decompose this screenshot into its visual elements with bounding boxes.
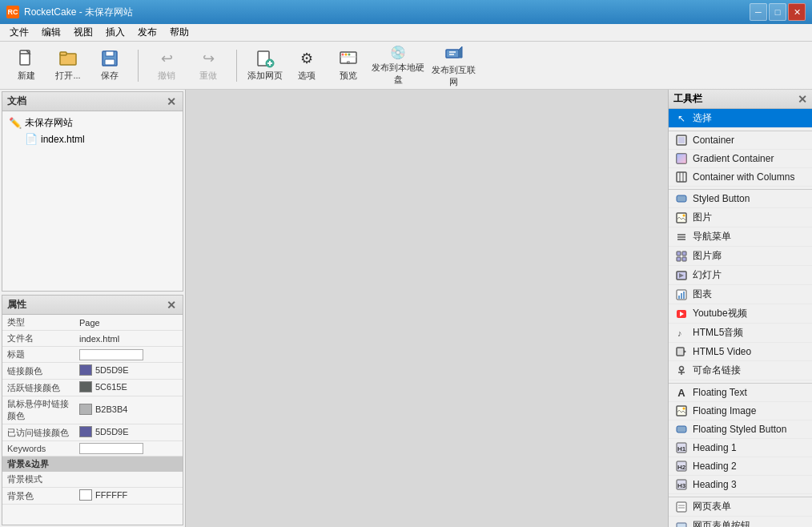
- tool-nav-menu[interactable]: 导航菜单: [669, 227, 812, 247]
- link-color-swatch[interactable]: [79, 364, 92, 376]
- visited-link-color-swatch[interactable]: [79, 426, 92, 437]
- prop-row-filename: 文件名 index.html: [2, 331, 183, 347]
- tool-heading3[interactable]: H3 Heading 3: [669, 476, 812, 494]
- menu-file[interactable]: 文件: [3, 24, 35, 42]
- menu-edit[interactable]: 编辑: [35, 24, 67, 42]
- tool-select[interactable]: ↖ 选择: [669, 109, 812, 128]
- tool-html5audio-label: HTML5音频: [693, 326, 743, 340]
- tool-container[interactable]: Container: [669, 131, 812, 150]
- prop-row-keywords: Keywords: [2, 441, 183, 457]
- tool-heading2[interactable]: H2 Heading 2: [669, 457, 812, 476]
- prop-label-active-link-color: 活跃链接颜色: [2, 380, 74, 396]
- publish-web-button[interactable]: 发布到互联网: [428, 45, 480, 86]
- menu-view[interactable]: 视图: [67, 24, 99, 42]
- tool-container-columns[interactable]: Container with Columns: [669, 168, 812, 187]
- minimize-button[interactable]: ─: [750, 3, 767, 21]
- redo-button[interactable]: ↪ 重做: [188, 45, 228, 86]
- svg-rect-42: [683, 292, 685, 299]
- document-panel: 文档 ✕ ✏️ 未保存网站 📄 index.html: [2, 91, 183, 292]
- document-panel-close[interactable]: ✕: [165, 95, 178, 108]
- prop-value-link-color[interactable]: 5D5D9E: [74, 363, 183, 380]
- tool-floating-styled-button[interactable]: Floating Styled Button: [669, 420, 812, 439]
- addpage-button[interactable]: 添加网页: [245, 45, 285, 86]
- active-link-color-swatch[interactable]: [79, 381, 92, 392]
- tool-gradient-container[interactable]: Gradient Container: [669, 150, 812, 168]
- publish-local-button[interactable]: 💿 发布到本地硬盘: [370, 45, 426, 86]
- tool-html5audio[interactable]: ♪ HTML5音频: [669, 324, 812, 343]
- active-link-color-value: 5C615E: [95, 382, 127, 392]
- tool-nav-menu-label: 导航菜单: [693, 230, 731, 243]
- tool-floating-image[interactable]: Floating Image: [669, 402, 812, 420]
- hover-link-color-swatch[interactable]: [79, 404, 92, 415]
- canvas-area[interactable]: [186, 90, 668, 527]
- svg-text:♪: ♪: [677, 328, 682, 338]
- canvas-page: [186, 90, 668, 527]
- tool-youtube[interactable]: Youtube视频: [669, 304, 812, 324]
- properties-panel: 属性 ✕ 类型 Page 文件名 index.html 标题: [2, 295, 183, 525]
- tool-styled-button[interactable]: Styled Button: [669, 190, 812, 208]
- save-label: 保存: [101, 70, 119, 82]
- addpage-label: 添加网页: [247, 70, 283, 82]
- open-button[interactable]: 打开...: [48, 45, 88, 86]
- tool-form-button[interactable]: 网页表单按钮: [669, 517, 812, 527]
- floating-text-icon: A: [675, 386, 688, 399]
- toolbar-undo-group: ↩ 撤销 ↪ 重做: [147, 45, 228, 86]
- prop-label-hover-link-color: 鼠标悬停时链接颜色: [2, 396, 74, 424]
- prop-row-hover-link-color: 鼠标悬停时链接颜色 B2B3B4: [2, 396, 183, 424]
- form-button-icon: [675, 520, 688, 528]
- close-button[interactable]: ✕: [788, 3, 806, 21]
- prop-value-keywords[interactable]: [74, 441, 183, 457]
- menu-publish[interactable]: 发布: [131, 24, 163, 42]
- bg-color-swatch[interactable]: [79, 489, 92, 501]
- tool-chart[interactable]: 图表: [669, 285, 812, 304]
- svg-text:H1: H1: [677, 445, 686, 453]
- bg-border-section-header: 背景&边界: [2, 457, 183, 472]
- tree-site-label: 未保存网站: [25, 116, 73, 130]
- tree-index-icon: 📄: [25, 133, 38, 145]
- options-button[interactable]: ⚙ 选项: [287, 45, 327, 86]
- menu-insert[interactable]: 插入: [99, 24, 131, 42]
- tool-image-label: 图片: [693, 211, 712, 224]
- prop-label-filename: 文件名: [2, 331, 74, 347]
- prop-value-title[interactable]: [74, 347, 183, 363]
- heading1-icon: H1: [675, 441, 688, 454]
- menu-help[interactable]: 帮助: [163, 24, 195, 42]
- bg-properties-table: 背景模式 背景色 FFFFFF: [2, 472, 183, 505]
- tool-chart-label: 图表: [693, 288, 712, 301]
- tree-item-index[interactable]: 📄 index.html: [22, 131, 179, 147]
- tool-heading1[interactable]: H1 Heading 1: [669, 439, 812, 457]
- maximize-button[interactable]: □: [769, 3, 786, 21]
- document-tree: ✏️ 未保存网站 📄 index.html: [2, 111, 183, 272]
- tool-container-label: Container: [693, 135, 734, 146]
- tool-form-button-label: 网页表单按钮: [693, 519, 750, 527]
- prop-value-active-link-color[interactable]: 5C615E: [74, 380, 183, 396]
- named-anchor-icon: [675, 364, 688, 377]
- publish-web-label: 发布到互联网: [428, 64, 479, 88]
- tool-web-form[interactable]: 网页表单: [669, 497, 812, 517]
- tool-image-gallery[interactable]: 图片廊: [669, 247, 812, 266]
- right-panel-close[interactable]: ✕: [798, 93, 807, 106]
- prop-value-visited-link-color[interactable]: 5D5D9E: [74, 424, 183, 441]
- styled-button-icon: [675, 192, 688, 205]
- properties-panel-close[interactable]: ✕: [165, 299, 178, 312]
- redo-icon: ↪: [199, 49, 218, 68]
- title-bar-text: RocketCake - 未保存网站: [24, 6, 750, 19]
- prop-value-bg-color[interactable]: FFFFFF: [74, 488, 183, 505]
- undo-button[interactable]: ↩ 撤销: [147, 45, 187, 86]
- tool-image[interactable]: 图片: [669, 208, 812, 227]
- svg-rect-35: [677, 257, 681, 261]
- floating-image-icon: [675, 404, 688, 417]
- tool-named-anchor[interactable]: 可命名链接: [669, 361, 812, 380]
- preview-button[interactable]: e 预览: [328, 45, 368, 86]
- prop-value-hover-link-color[interactable]: B2B3B4: [74, 396, 183, 424]
- tool-slideshow[interactable]: 幻灯片: [669, 266, 812, 285]
- new-button[interactable]: 新建: [6, 45, 46, 86]
- nav-menu-icon: [675, 231, 688, 243]
- save-button[interactable]: 保存: [90, 45, 130, 86]
- toolbar-file-group: 新建 打开... 保存: [6, 45, 130, 86]
- svg-text:H2: H2: [677, 464, 686, 471]
- tool-html5video[interactable]: HTML5 Video: [669, 343, 812, 361]
- window-controls: ─ □ ✕: [750, 3, 806, 21]
- tool-floating-text[interactable]: A Floating Text: [669, 384, 812, 402]
- tree-item-site[interactable]: ✏️ 未保存网站: [6, 115, 179, 131]
